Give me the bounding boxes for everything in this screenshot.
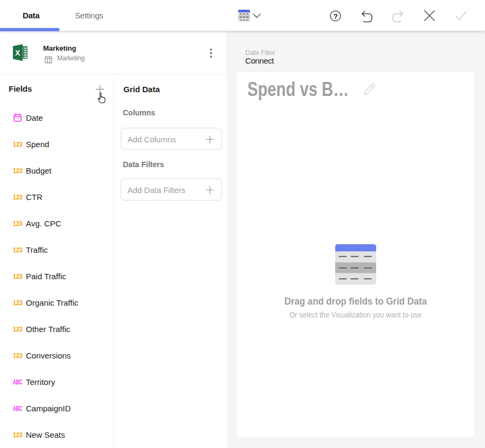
svg-text:?: ? [333,12,337,20]
svg-text:X: X [15,49,20,57]
